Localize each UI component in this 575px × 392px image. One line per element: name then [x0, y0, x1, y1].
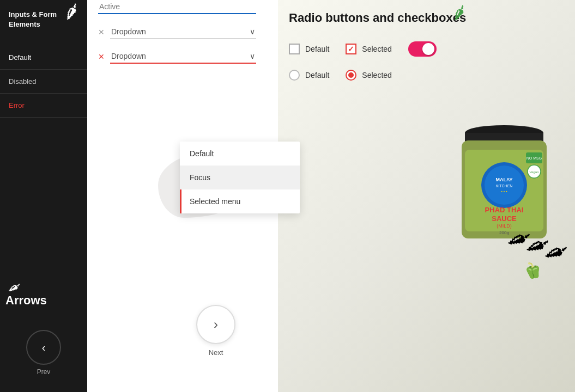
svg-text:MALAY: MALAY: [495, 177, 512, 182]
svg-rect-1: [465, 133, 543, 142]
svg-text:(MILD): (MILD): [497, 223, 512, 229]
prev-button-area: ‹ Prev: [0, 330, 87, 376]
checkmark-icon: ✓: [348, 45, 354, 53]
main-content: ✕ Dropdown ∨ ✕ Dropdown ∨ Default: [87, 0, 575, 392]
next-label: Next: [196, 348, 235, 357]
sidebar: 🌶 Inputs & Form Elements Default Disable…: [0, 0, 87, 392]
svg-text:• • •: • • •: [501, 189, 507, 193]
sidebar-item-error[interactable]: Error: [0, 94, 87, 118]
radio-selected-label: Selected: [362, 71, 391, 79]
active-input[interactable]: [98, 0, 256, 14]
disabled-dropdown-text: Dropdown: [111, 27, 250, 36]
error-clear-icon[interactable]: ✕: [98, 52, 105, 61]
sidebar-item-default[interactable]: Default: [0, 46, 87, 70]
svg-text:NO MSG: NO MSG: [526, 156, 542, 160]
prev-button[interactable]: ‹: [26, 330, 61, 365]
radio-default-label: Default: [305, 71, 329, 79]
svg-text:PHAD THAI: PHAD THAI: [485, 206, 524, 214]
disabled-clear-icon[interactable]: ✕: [98, 28, 105, 36]
sidebar-item-disabled[interactable]: Disabled: [0, 70, 87, 94]
jar-svg: MALAY KITCHEN • • • PHAD THAI SAUCE (MIL…: [450, 109, 559, 250]
form-row-disabled: ✕ Dropdown ∨: [98, 25, 256, 39]
checkbox-default-label: Default: [305, 45, 329, 53]
error-dropdown-arrow: ∨: [250, 52, 255, 60]
product-jar: MALAY KITCHEN • • • PHAD THAI SAUCE (MIL…: [450, 109, 559, 253]
checkbox-selected-box[interactable]: ✓: [346, 44, 356, 54]
svg-text:200g: 200g: [499, 230, 509, 235]
next-icon: ›: [214, 317, 218, 332]
checkbox-selected-label: Selected: [362, 45, 391, 53]
green-chili-decoration: 🫑: [522, 260, 543, 281]
dropdown-menu-item-focus[interactable]: Focus: [180, 166, 300, 189]
dropdown-menu-item-default[interactable]: Default: [180, 142, 300, 166]
radio-section: Radio buttons and checkboxes Default ✓ S…: [278, 0, 575, 94]
error-dropdown-text: Dropdown: [111, 52, 250, 60]
checkbox-row: Default ✓ Selected: [278, 41, 575, 57]
inputs-section: ✕ Dropdown ∨ ✕ Dropdown ∨ Default: [87, 0, 267, 75]
prev-icon: ‹: [42, 341, 46, 354]
error-dropdown[interactable]: Dropdown ∨: [110, 50, 256, 64]
radio-row: Default Selected: [278, 70, 575, 81]
form-row-default: [98, 0, 256, 14]
checkbox-selected-item: ✓ Selected: [346, 44, 391, 54]
disabled-dropdown-arrow: ∨: [250, 27, 255, 36]
radio-section-title: Radio buttons and checkboxes: [278, 0, 575, 41]
svg-text:KITCHEN: KITCHEN: [496, 184, 513, 188]
form-area: ✕ Dropdown ∨ ✕ Dropdown ∨: [87, 0, 267, 64]
radio-default-circle[interactable]: [289, 70, 300, 81]
arrows-section-label: Arrows: [5, 293, 47, 308]
checkbox-default-item: Default: [289, 44, 329, 54]
radio-selected-circle[interactable]: [346, 70, 356, 81]
chili-bottom-icon: 🌶: [8, 280, 21, 295]
svg-text:Vegan: Vegan: [529, 170, 538, 174]
svg-text:SAUCE: SAUCE: [492, 215, 517, 223]
disabled-dropdown[interactable]: Dropdown ∨: [110, 25, 256, 39]
dropdown-menu: Default Focus Selected menu: [180, 142, 300, 213]
radio-selected-item: Selected: [346, 70, 391, 81]
toggle-knob: [422, 43, 434, 55]
next-button-area: › Next: [196, 305, 235, 357]
prev-label: Prev: [37, 368, 51, 376]
next-button[interactable]: ›: [196, 305, 235, 344]
form-row-error: ✕ Dropdown ∨: [98, 50, 256, 64]
checkbox-default-box[interactable]: [289, 44, 300, 54]
radio-default-item: Default: [289, 70, 329, 81]
toggle-switch[interactable]: [408, 41, 437, 57]
dropdown-menu-item-selected[interactable]: Selected menu: [180, 189, 300, 213]
